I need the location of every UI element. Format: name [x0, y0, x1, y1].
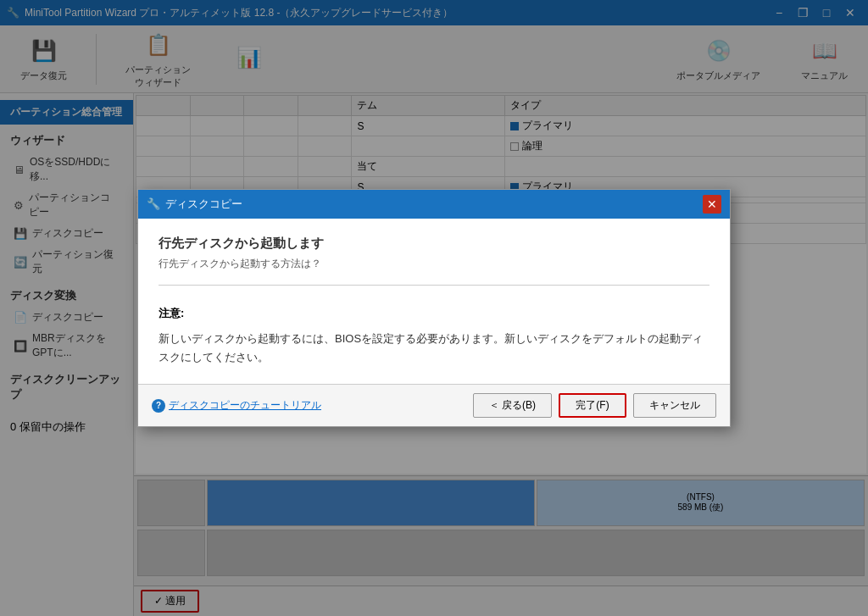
modal-buttons: ＜ 戻る(B) 完了(F) キャンセル [473, 393, 716, 418]
cancel-button[interactable]: キャンセル [633, 393, 716, 418]
modal-note-title: 注意: [159, 306, 709, 321]
modal-title-left: 🔧 ディスクコピー [147, 197, 242, 212]
tutorial-link-text: ディスクコピーのチュートリアル [169, 398, 321, 413]
modal-footer: ? ディスクコピーのチュートリアル ＜ 戻る(B) 完了(F) キャンセル [138, 384, 730, 426]
modal-divider [159, 285, 709, 286]
modal-title-icon: 🔧 [147, 197, 160, 210]
modal-title-text: ディスクコピー [165, 197, 242, 212]
modal-title-bar: 🔧 ディスクコピー ✕ [138, 190, 730, 219]
tutorial-link[interactable]: ? ディスクコピーのチュートリアル [152, 398, 321, 413]
modal-close-button[interactable]: ✕ [703, 195, 721, 214]
help-circle-icon: ? [152, 399, 165, 413]
modal-overlay: 🔧 ディスクコピー ✕ 行先ディスクから起動します 行先ディスクから起動する方法… [0, 0, 868, 616]
modal-dialog: 🔧 ディスクコピー ✕ 行先ディスクから起動します 行先ディスクから起動する方法… [137, 189, 731, 427]
modal-note-text: 新しいディスクから起動するには、BIOSを設定する必要があります。新しいディスク… [159, 330, 709, 367]
finish-button[interactable]: 完了(F) [559, 393, 626, 418]
modal-heading: 行先ディスクから起動します [159, 236, 709, 252]
modal-body: 行先ディスクから起動します 行先ディスクから起動する方法は？ 注意: 新しいディ… [138, 219, 730, 384]
modal-subtitle: 行先ディスクから起動する方法は？ [159, 257, 709, 271]
back-button[interactable]: ＜ 戻る(B) [473, 393, 552, 418]
